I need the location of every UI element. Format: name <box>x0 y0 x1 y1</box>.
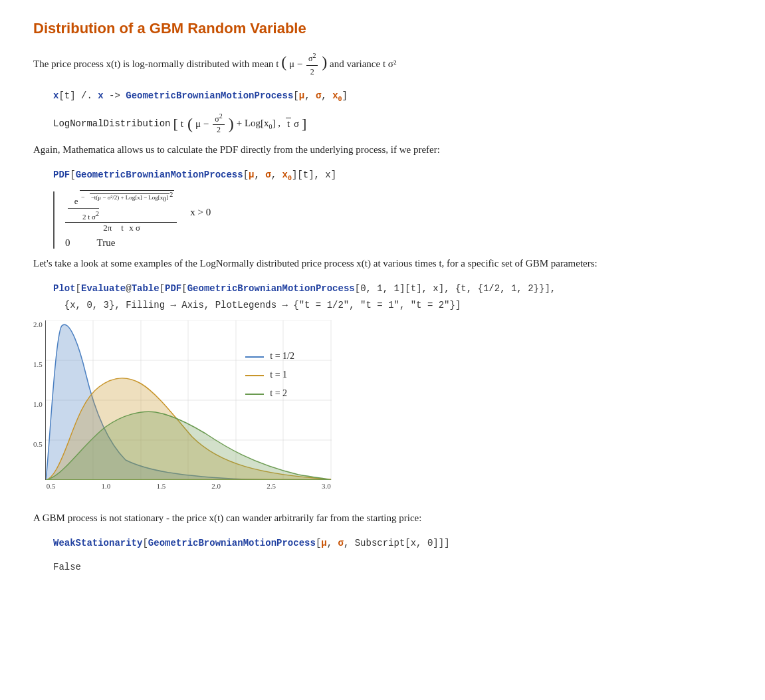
code1-mu: μ <box>299 90 304 101</box>
code1-params: [ <box>293 90 298 101</box>
code4-line2: {x, 0, 3}, Filling → Axis, PlotLegends →… <box>53 300 461 310</box>
lognorm-sqrt-t: t σ <box>286 118 299 130</box>
code5-mu: μ <box>321 538 326 548</box>
code4-bracket2: [ <box>160 283 165 294</box>
code4-table: Table <box>132 283 160 294</box>
lognorm-t: t <box>181 118 183 130</box>
code1-x2: x <box>98 90 103 101</box>
legend-item-half: t = 1/2 <box>245 347 294 366</box>
chart-canvas: t = 1/2 t = 1 t = 2 <box>45 320 331 480</box>
lognorm-output: LogNormalDistribution [ t ( μ − σ2 2 ) +… <box>53 112 732 135</box>
pdf-zero-val: 0 <box>65 237 70 249</box>
page-title: Distribution of a GBM Random Variable <box>33 20 732 37</box>
and-variance-text: and variance t σ² <box>330 58 396 69</box>
lognorm-rparen: ) <box>229 116 234 132</box>
code-block-3: PDF[GeometricBrownianMotionProcess[μ, σ,… <box>53 167 732 185</box>
code1-close: ] <box>342 90 348 101</box>
code4-zeros: [0, 1, 1][t], x], {t, {1/2, 1, 2}}], <box>355 283 556 294</box>
code1-x0: x0 <box>332 90 342 101</box>
pdf-formula-block: e − −t(μ − σ²/2) + Log[x] − Log[x0]2 <box>53 191 732 249</box>
x-label-20: 2.0 <box>211 482 221 490</box>
code4-pdf: PDF <box>165 283 181 294</box>
lognorm-close-bracket: ] <box>302 116 306 131</box>
lognorm-lparen: ( <box>187 116 193 132</box>
mean-formula: ( μ − σ2 2 ) <box>281 58 330 69</box>
lognorm-plus-log: + Log[x0] , <box>237 118 280 130</box>
code3-params: [ <box>243 170 249 180</box>
y-label-20: 2.0 <box>33 320 43 328</box>
pdf-true-val: True <box>97 237 116 249</box>
code3-bracket: [ <box>70 170 75 180</box>
code4-gbm: GeometricBrownianMotionProcess <box>187 283 355 294</box>
stationary-paragraph: A GBM process is not stationary - the pr… <box>33 510 732 526</box>
x-axis-labels: 0.5 1.0 1.5 2.0 2.5 3.0 <box>45 482 331 490</box>
code-block-4: Plot[Evaluate@Table[PDF[GeometricBrownia… <box>53 281 732 314</box>
y-label-15: 1.5 <box>33 360 43 368</box>
legend-line-half <box>245 356 264 358</box>
code3-c1: , <box>254 170 265 180</box>
pdf-denominator: 2π t x σ <box>99 223 143 233</box>
y-label-05: 0.5 <box>33 440 43 448</box>
code5-sigma: σ <box>338 538 344 548</box>
code1-comma1: , <box>304 90 316 101</box>
legend-label-one: t = 1 <box>270 370 287 380</box>
code4-gbm-open: [ <box>181 283 187 294</box>
code1-arrow: -> <box>109 90 126 101</box>
x-label-25: 2.5 <box>267 482 276 490</box>
code5-weak: WeakStationarity <box>53 538 142 548</box>
code1-bracket: [t] /. <box>58 90 92 101</box>
legend-item-two: t = 2 <box>245 384 294 403</box>
pdf-numerator: e − −t(μ − σ²/2) + Log[x] − Log[x0]2 <box>65 191 177 223</box>
code3-c2: , <box>271 170 282 180</box>
again-paragraph: Again, Mathematica allows us to calculat… <box>33 142 732 158</box>
code3-gbm: GeometricBrownianMotionProcess <box>76 170 243 180</box>
y-axis-labels: 2.0 1.5 1.0 0.5 <box>33 320 45 480</box>
intro-paragraph: The price process x(t) is log-normally d… <box>33 51 732 78</box>
code3-close1: ][t], x] <box>292 170 336 180</box>
code3-sigma: σ <box>265 170 271 180</box>
legend-line-one <box>245 375 264 376</box>
code1-gbm: GeometricBrownianMotionProcess <box>126 90 293 101</box>
legend-line-two <box>245 394 264 395</box>
x-label-10: 1.0 <box>102 482 111 490</box>
lognorm-mu: μ − <box>195 118 209 130</box>
code5-c2: , Subscript[x, 0]]] <box>344 538 450 548</box>
pdf-row-main: e − −t(μ − σ²/2) + Log[x] − Log[x0]2 <box>65 191 732 233</box>
code3-pdf: PDF <box>53 170 70 180</box>
code4-evaluate: Evaluate <box>81 283 126 294</box>
lets-paragraph: Let's take a look at some examples of th… <box>33 255 732 271</box>
intro-text: The price process x(t) is log-normally d… <box>33 58 279 69</box>
code3-x0: x0 <box>282 170 292 180</box>
code4-at: @ <box>126 283 131 294</box>
bottom-section: A GBM process is not stationary - the pr… <box>33 510 732 575</box>
lognorm-frac: σ2 2 <box>213 112 224 135</box>
code-block-5: WeakStationarity[GeometricBrownianMotion… <box>53 535 732 552</box>
x-label-05: 0.5 <box>47 482 56 490</box>
lognorm-open-bracket: [ <box>173 116 177 131</box>
code4-plot: Plot <box>53 283 76 294</box>
code-block-1: x[t] /. x -> GeometricBrownianMotionProc… <box>53 88 732 106</box>
pdf-row-zero: 0 True <box>65 237 732 249</box>
legend-item-one: t = 1 <box>245 366 294 384</box>
x-label-30: 3.0 <box>322 482 331 490</box>
code4-rest-1: [ <box>76 283 81 294</box>
legend-label-half: t = 1/2 <box>270 351 294 361</box>
pdf-frac-main: e − −t(μ − σ²/2) + Log[x] − Log[x0]2 <box>65 191 177 233</box>
false-result: False <box>53 559 732 576</box>
code5-open: [ <box>142 538 148 548</box>
y-label-10: 1.0 <box>33 400 43 408</box>
code1-comma2: , <box>321 90 332 101</box>
x-label-15: 1.5 <box>156 482 165 490</box>
code5-gbm: GeometricBrownianMotionProcess <box>148 538 316 548</box>
code5-c1: , <box>327 538 338 548</box>
chart-legend: t = 1/2 t = 1 t = 2 <box>245 347 294 403</box>
pdf-condition-xgt0: x > 0 <box>190 207 211 218</box>
legend-label-two: t = 2 <box>270 388 287 398</box>
chart-section: 2.0 1.5 1.0 0.5 <box>33 320 732 490</box>
lognorm-prefix: LogNormalDistribution <box>53 118 170 129</box>
